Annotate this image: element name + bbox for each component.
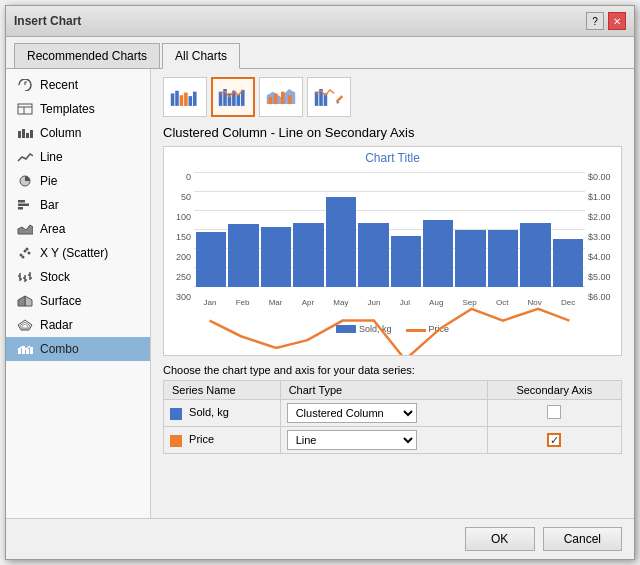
sidebar-item-bar[interactable]: Bar (6, 193, 150, 217)
cancel-button[interactable]: Cancel (543, 527, 622, 551)
pie-icon (16, 174, 34, 188)
close-button[interactable]: ✕ (608, 12, 626, 30)
sidebar-item-combo[interactable]: Combo (6, 337, 150, 361)
legend-label-price: Price (429, 324, 450, 334)
svg-rect-41 (219, 92, 223, 106)
dialog-content: Recent Templates Column Li (6, 69, 634, 518)
legend-color-sold (336, 325, 356, 333)
sidebar-item-area-label: Area (40, 222, 65, 236)
chart-type-select-price[interactable]: Clustered Column Line (287, 430, 417, 450)
series-color-price (170, 435, 182, 447)
sidebar-item-surface[interactable]: Surface (6, 289, 150, 313)
sidebar-item-stock[interactable]: Stock (6, 265, 150, 289)
bars-container (194, 172, 585, 287)
svg-rect-10 (18, 207, 23, 210)
sidebar-item-pie[interactable]: Pie (6, 169, 150, 193)
sidebar-item-column[interactable]: Column (6, 121, 150, 145)
chart-type-price: Clustered Column Line (280, 427, 487, 454)
y-axis-right: $6.00 $5.00 $4.00 $3.00 $2.00 $1.00 $0.0… (585, 172, 613, 302)
svg-rect-34 (30, 347, 33, 354)
tab-all-charts[interactable]: All Charts (162, 43, 240, 69)
col-chart-type: Chart Type (280, 381, 487, 400)
svg-rect-9 (18, 204, 29, 207)
chart-inner-title: Chart Title (172, 151, 613, 165)
chart-type-select-sold[interactable]: Clustered Column Line (287, 403, 417, 423)
dialog-footer: OK Cancel (6, 518, 634, 559)
surface-icon (16, 294, 34, 308)
combo-type-3[interactable] (259, 77, 303, 117)
svg-rect-6 (30, 130, 33, 138)
sidebar-item-area[interactable]: Area (6, 217, 150, 241)
bar (228, 224, 258, 287)
sidebar-item-pie-label: Pie (40, 174, 57, 188)
bar (423, 220, 453, 287)
svg-marker-11 (18, 225, 33, 234)
combo-type-1[interactable] (163, 77, 207, 117)
svg-rect-36 (175, 91, 179, 106)
bar (261, 227, 291, 287)
bar (553, 239, 583, 287)
series-color-sold (170, 408, 182, 420)
svg-rect-33 (26, 349, 29, 354)
svg-rect-48 (269, 97, 273, 104)
svg-rect-50 (281, 92, 285, 104)
sidebar-item-radar[interactable]: Radar (6, 313, 150, 337)
legend-label-sold: Sold, kg (359, 324, 392, 334)
templates-icon (16, 102, 34, 116)
sidebar-item-surface-label: Surface (40, 294, 81, 308)
svg-rect-37 (180, 95, 184, 106)
bar (358, 223, 388, 287)
title-bar: Insert Chart ? ✕ (6, 6, 634, 37)
chart-icons-row (163, 77, 622, 117)
svg-rect-38 (184, 93, 188, 106)
checkbox-sold[interactable] (547, 405, 561, 419)
bar (391, 236, 421, 287)
stock-icon (16, 270, 34, 284)
sidebar-item-column-label: Column (40, 126, 81, 140)
tab-recommended[interactable]: Recommended Charts (14, 43, 160, 68)
svg-rect-51 (288, 95, 292, 104)
bar (326, 197, 356, 287)
insert-chart-dialog: Insert Chart ? ✕ Recommended Charts All … (5, 5, 635, 560)
column-icon (16, 126, 34, 140)
x-labels: JanFebMarAprMayJunJulAugSepOctNovDec (194, 289, 585, 307)
chart-area: 300 250 200 150 100 50 0 (172, 167, 613, 322)
svg-rect-35 (171, 93, 175, 105)
series-name-sold: Sold, kg (164, 400, 281, 427)
sidebar-item-scatter[interactable]: X Y (Scatter) (6, 241, 150, 265)
svg-rect-3 (18, 131, 21, 138)
sidebar-item-radar-label: Radar (40, 318, 73, 332)
svg-point-15 (22, 256, 25, 259)
combo-type-2[interactable] (211, 77, 255, 117)
combo-type-custom[interactable] (307, 77, 351, 117)
table-row: Sold, kg Clustered Column Line (164, 400, 622, 427)
series-name-price: Price (164, 427, 281, 454)
help-button[interactable]: ? (586, 12, 604, 30)
sidebar-item-line[interactable]: Line (6, 145, 150, 169)
sidebar-item-bar-label: Bar (40, 198, 59, 212)
sidebar-item-templates[interactable]: Templates (6, 97, 150, 121)
bar (196, 232, 226, 287)
legend-color-price (406, 329, 426, 332)
sidebar-item-scatter-label: X Y (Scatter) (40, 246, 108, 260)
chart-legend: Sold, kg Price (172, 324, 613, 334)
chart-body: JanFebMarAprMayJunJulAugSepOctNovDec (194, 172, 585, 307)
sidebar-item-combo-label: Combo (40, 342, 79, 356)
data-series-section: Choose the chart type and axis for your … (163, 364, 622, 454)
sidebar-item-templates-label: Templates (40, 102, 95, 116)
area-icon (16, 222, 34, 236)
svg-rect-4 (22, 129, 25, 138)
bar-icon (16, 198, 34, 212)
title-bar-buttons: ? ✕ (586, 12, 626, 30)
radar-icon (16, 318, 34, 332)
sidebar-item-recent[interactable]: Recent (6, 73, 150, 97)
secondary-axis-price (487, 427, 621, 454)
ok-button[interactable]: OK (465, 527, 535, 551)
col-series-name: Series Name (164, 381, 281, 400)
svg-rect-5 (26, 133, 29, 138)
checkbox-price[interactable] (547, 433, 561, 447)
y-axis-left: 300 250 200 150 100 50 0 (172, 172, 194, 302)
chart-type-sold: Clustered Column Line (280, 400, 487, 427)
line-icon (16, 150, 34, 164)
sidebar-item-recent-label: Recent (40, 78, 78, 92)
